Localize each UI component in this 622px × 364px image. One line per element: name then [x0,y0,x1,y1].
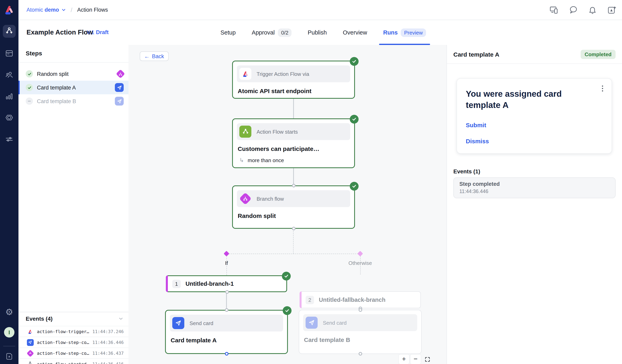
node-title: Atomic API start endpoint [238,88,349,94]
events-section: Events (4) action-flow-trigger… 11:44:37… [19,312,129,364]
assistant-icon[interactable] [607,5,616,15]
rail-config-icon[interactable] [3,133,16,146]
step-row-random-split[interactable]: Random split [19,67,129,81]
connector-handle[interactable] [292,184,295,187]
chat-icon[interactable] [569,5,578,15]
event-name: Step completed [459,181,610,187]
send-card-icon [115,83,124,92]
canvas-zoom-controls: + − [399,354,432,364]
connector-handle[interactable] [225,290,229,294]
branch-fallback[interactable]: 2 Untitled-fallback-branch [300,291,421,308]
chevron-down-icon [118,316,124,322]
branch-label: Untitled-branch-1 [186,281,234,287]
event-name: action-flow-step-co… [37,340,89,345]
detail-events-title: Events (1) [453,168,480,175]
detail-title: Card template A [453,51,499,58]
back-arrow-icon: ← [144,53,150,59]
rail-cards-icon[interactable] [3,47,16,60]
send-card-event-icon [26,339,34,346]
rail-action-flows-icon[interactable] [3,25,16,38]
tab-runs[interactable]: RunsPreview [383,20,426,45]
if-diamond-marker [224,251,229,256]
card-dismiss-link[interactable]: Dismiss [466,137,603,144]
step-row-card-template-b[interactable]: Card template B [19,94,129,108]
branch-number: 1 [172,279,181,288]
flow-canvas[interactable]: ← Back If Otherwise Trigger Action Flow … [129,45,447,364]
connector-handle[interactable] [225,308,229,312]
node-send-card-a[interactable]: Send card Card template A [165,310,288,354]
connector-handle[interactable] [359,352,362,356]
branch-1[interactable]: 1 Untitled-branch-1 [166,275,287,292]
event-name: action-flow-started [37,361,89,364]
node-type-label: Action Flow starts [257,129,298,135]
event-time: 11:44:36.446 [92,340,124,345]
branch-event-icon [26,349,34,357]
tab-publish[interactable]: Publish [308,20,327,45]
detail-event-row[interactable]: Step completed 11:44:36.446 [453,177,616,198]
node-subtitle: ↳ more than once [239,157,349,163]
rail-settings-icon[interactable]: ⚙ [3,306,16,319]
zoom-out-button[interactable]: − [410,354,421,364]
rail-docs-icon[interactable] [3,350,16,363]
connector [226,292,227,310]
connector-handle[interactable] [292,227,295,230]
otherwise-diamond-marker [357,251,363,256]
events-header[interactable]: Events (4) [26,315,124,322]
tab-approval[interactable]: Approval0/2 [252,20,292,45]
tab-overview[interactable]: Overview [343,20,367,45]
event-row[interactable]: action-flow-step-co… 11:44:36.446 [19,337,129,347]
steps-title: Steps [26,50,42,56]
notifications-icon[interactable] [588,5,597,15]
preview-badge: Preview [401,28,426,37]
user-avatar[interactable]: I [4,327,15,338]
node-type-label: Trigger Action Flow via [257,71,309,77]
breadcrumb-section[interactable]: Action Flows [77,7,108,13]
step-row-card-template-a[interactable]: Card template A [19,81,129,94]
page-title: Example Action Flow [26,29,93,36]
zoom-in-button[interactable]: + [399,354,409,364]
card-preview: You were assigned card template A Submit… [457,78,612,154]
completed-check-icon [350,115,359,124]
divider [19,62,129,63]
branch-color-stripe [300,291,302,308]
branch-flow-icon [116,69,125,78]
steps-panel: Steps Random split Card template A [19,45,129,364]
rail-analytics-icon[interactable] [3,90,16,103]
rail-customers-icon[interactable] [3,68,16,81]
flow-start-icon [239,126,251,138]
node-type-label: Send card [190,320,214,326]
node-title: Card template A [171,337,282,344]
back-button[interactable]: ← Back [140,51,168,61]
event-row[interactable]: action-flow-trigger… 11:44:37.246 [19,326,129,337]
kebab-menu-icon[interactable] [600,84,605,93]
node-send-card-b[interactable]: Send card Card template B [299,310,422,354]
card-submit-link[interactable]: Submit [466,121,603,128]
node-branch-flow[interactable]: Branch flow Random split [232,185,355,229]
breadcrumb-separator: / [71,6,72,13]
node-trigger[interactable]: Trigger Action Flow via Atomic API start… [232,61,355,99]
version-badge[interactable]: V.1Draft [87,29,109,35]
org-switcher[interactable]: Atomic demo [26,7,59,13]
branch-color-stripe [166,275,168,292]
node-title: Customers can participate… [238,145,349,152]
atomic-logo[interactable] [4,4,15,16]
connector-handle[interactable] [359,308,362,312]
split-line [227,254,360,254]
if-label: If [225,260,228,266]
completed-check-icon [282,272,291,281]
connector-handle[interactable] [225,352,229,356]
event-row[interactable]: action-flow-step-co… 11:44:36.437 [19,347,129,358]
chevron-down-icon [61,8,66,12]
node-flow-start[interactable]: Action Flow starts Customers can partici… [232,118,355,168]
devices-icon[interactable] [549,5,559,15]
rail-integrations-icon[interactable] [3,111,16,124]
left-rail: ⚙ I [0,0,19,364]
fullscreen-button[interactable] [422,354,432,364]
breadcrumb: Atomic demo / Action Flows [26,6,108,13]
tab-setup[interactable]: Setup [220,20,236,45]
app-root: ⚙ I Atomic demo / Action Flows [0,0,622,364]
detail-header: Card template A Completed [447,45,622,64]
connector [293,98,294,118]
node-title: Card template B [304,336,416,343]
event-row[interactable]: action-flow-started 11:44:36.416 [19,358,129,364]
